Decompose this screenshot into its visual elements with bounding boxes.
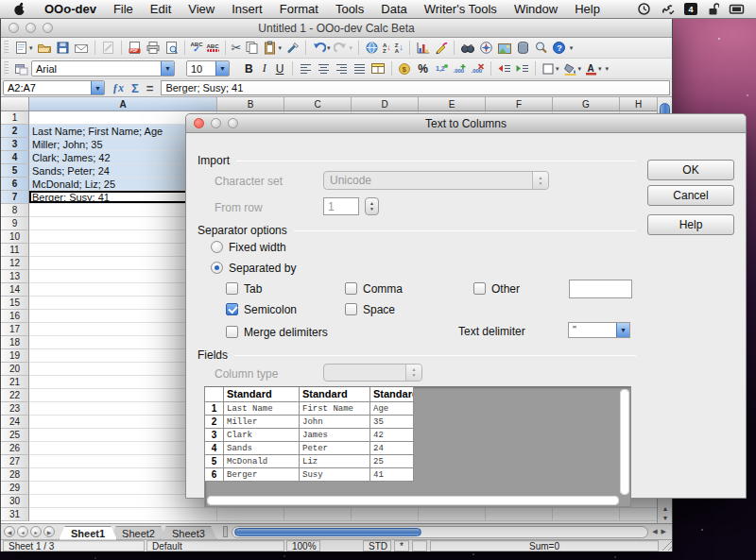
edit-file-button[interactable]: [100, 39, 116, 57]
first-sheet-button[interactable]: ◀: [4, 526, 15, 537]
row-header-11[interactable]: 11: [1, 244, 29, 257]
row-header-26[interactable]: 26: [1, 442, 29, 455]
row-header-20[interactable]: 20: [1, 363, 29, 376]
row-header-3[interactable]: 3: [1, 138, 29, 151]
italic-button[interactable]: I: [259, 59, 270, 77]
menu-view[interactable]: View: [180, 2, 223, 16]
email-button[interactable]: [73, 39, 90, 57]
align-center-button[interactable]: [316, 59, 332, 77]
preview-table[interactable]: StandardStandardStandard1Last NameFirst …: [205, 387, 414, 482]
row-header-28[interactable]: 28: [1, 468, 29, 482]
font-name-combo[interactable]: Arial▼: [31, 60, 175, 76]
merge-cells-button[interactable]: [369, 59, 387, 77]
row-header-24[interactable]: 24: [1, 416, 29, 429]
tab-checkbox[interactable]: [226, 282, 238, 295]
navigator-button[interactable]: [478, 39, 494, 57]
export-pdf-button[interactable]: PDF: [127, 39, 143, 57]
data-sources-button[interactable]: [515, 39, 531, 57]
borders-button[interactable]: ▾: [541, 59, 560, 77]
scroll-down-arrow[interactable]: ▼: [662, 515, 669, 521]
align-justified-button[interactable]: [352, 59, 368, 77]
dialog-titlebar[interactable]: Text to Columns: [186, 114, 746, 133]
horizontal-scrollbar[interactable]: [232, 526, 648, 538]
formatting-toolbar-options-button[interactable]: ▾: [605, 59, 610, 77]
row-header-15[interactable]: 15: [1, 297, 29, 310]
preview-column-header[interactable]: Standard: [224, 387, 300, 402]
paste-button[interactable]: ▾: [262, 39, 283, 57]
column-header-G[interactable]: G: [553, 97, 620, 111]
show-draw-functions-button[interactable]: [433, 39, 449, 57]
cell-H31[interactable]: [620, 508, 658, 521]
merge-delimiters-label[interactable]: Merge delimiters: [244, 326, 328, 339]
comma-label[interactable]: Comma: [363, 282, 403, 296]
standard-format-button[interactable]: 1,2: [434, 59, 450, 77]
function-wizard-button[interactable]: ƒx: [112, 81, 124, 95]
tab-split-handle[interactable]: [223, 526, 228, 537]
row-header-10[interactable]: 10: [1, 230, 29, 244]
menu-window[interactable]: Window: [506, 2, 566, 16]
font-color-dropdown-arrow[interactable]: ▾: [598, 65, 602, 72]
row-header-5[interactable]: 5: [1, 164, 29, 178]
underline-button[interactable]: U: [272, 59, 288, 77]
row-header-19[interactable]: 19: [1, 349, 29, 363]
new-dropdown-arrow[interactable]: ▾: [29, 44, 33, 51]
align-right-button[interactable]: [334, 59, 350, 77]
row-header-12[interactable]: 12: [1, 257, 29, 270]
apple-menu[interactable]: [0, 2, 36, 16]
fixed-width-label[interactable]: Fixed width: [229, 241, 286, 254]
background-color-dropdown-arrow[interactable]: ▾: [578, 65, 582, 72]
column-header-D[interactable]: D: [352, 97, 419, 111]
row-header-21[interactable]: 21: [1, 376, 29, 389]
scroll-up-arrow[interactable]: ▲: [662, 505, 669, 512]
scroll-left-arrow[interactable]: ◀: [652, 528, 657, 535]
row-header-23[interactable]: 23: [1, 402, 29, 416]
preview-column-header[interactable]: Standard: [370, 387, 414, 402]
previous-sheet-button[interactable]: ◂: [17, 526, 28, 537]
zoom-button-toolbar[interactable]: [533, 39, 549, 57]
cell-E31[interactable]: [419, 508, 486, 521]
redo-button[interactable]: ▾: [333, 39, 353, 57]
column-header-E[interactable]: E: [419, 97, 486, 111]
save-button[interactable]: [55, 39, 71, 57]
row-header-4[interactable]: 4: [1, 151, 29, 164]
sync-phone-icon[interactable]: [661, 2, 675, 16]
menu-insert[interactable]: Insert: [223, 2, 271, 16]
row-header-30[interactable]: 30: [1, 495, 29, 508]
print-button[interactable]: [145, 39, 162, 57]
column-header-C[interactable]: C: [284, 97, 352, 111]
sort-descending-button[interactable]: ZA↓: [394, 39, 404, 57]
toolbar-grip[interactable]: [4, 41, 9, 55]
align-left-button[interactable]: [298, 59, 314, 77]
next-sheet-button[interactable]: ▸: [30, 526, 42, 537]
name-box-dropdown-arrow[interactable]: ▼: [91, 81, 104, 94]
name-box[interactable]: A2:A7 ▼: [3, 80, 105, 95]
menu-file[interactable]: File: [105, 2, 142, 16]
menu-edit[interactable]: Edit: [142, 2, 180, 16]
tab-label[interactable]: Tab: [244, 282, 262, 296]
other-separator-field[interactable]: [569, 280, 632, 298]
cell-G31[interactable]: [553, 508, 620, 521]
font-size-dropdown-arrow[interactable]: ▼: [215, 61, 229, 76]
clone-formatting-button[interactable]: [284, 39, 301, 57]
semicolon-checkbox[interactable]: [226, 303, 238, 315]
sheet-tab-sheet1[interactable]: Sheet1: [59, 526, 117, 540]
text-delimiter-combo[interactable]: " ▼: [568, 322, 630, 338]
cut-button[interactable]: ✂: [231, 39, 243, 57]
new-document-button[interactable]: ▾: [13, 39, 34, 57]
menu-writer-s-tools[interactable]: Writer's Tools: [416, 2, 506, 16]
paste-dropdown-arrow[interactable]: ▾: [278, 44, 282, 51]
row-header-31[interactable]: 31: [1, 508, 29, 521]
row-header-9[interactable]: 9: [1, 217, 29, 230]
fixed-width-radio[interactable]: [211, 241, 223, 253]
cell-D31[interactable]: [352, 508, 419, 521]
column-header-A[interactable]: A: [29, 97, 217, 111]
row-header-29[interactable]: 29: [1, 482, 29, 495]
open-button[interactable]: [36, 39, 53, 57]
row-header-1[interactable]: 1: [1, 111, 29, 125]
row-header-7[interactable]: 7: [1, 191, 29, 204]
row-header-13[interactable]: 13: [1, 270, 29, 283]
sheet-tab-sheet2[interactable]: Sheet2: [110, 526, 167, 540]
delete-decimal-button[interactable]: .000: [470, 59, 486, 77]
page-preview-button[interactable]: [163, 39, 180, 57]
sort-ascending-button[interactable]: AZ↓: [382, 39, 392, 57]
